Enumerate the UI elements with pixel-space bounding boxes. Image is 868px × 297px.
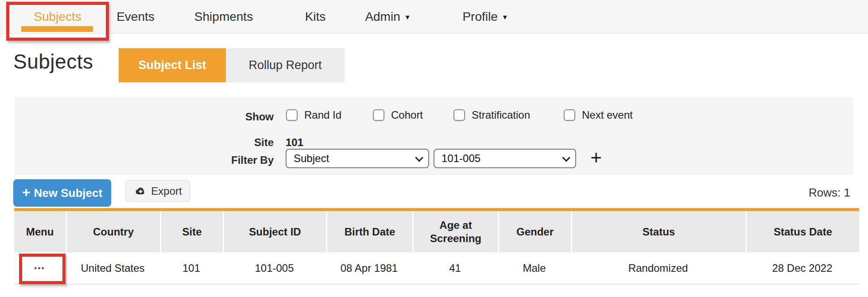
cell-age-at-screening: 41 [412, 252, 498, 284]
column-header-country: Country [66, 211, 160, 252]
filter-field-select[interactable]: Subject [286, 149, 429, 168]
chevron-down-icon [562, 154, 570, 162]
show-label: Show [203, 111, 274, 123]
checkbox-item-rand-id[interactable]: Rand Id [286, 109, 341, 121]
rand-id-checkbox[interactable] [286, 109, 298, 121]
tab-subject-list[interactable]: Subject List [119, 48, 226, 82]
nav-item-shipments[interactable]: Shipments [186, 0, 261, 34]
site-label: Site [203, 136, 274, 149]
next-event-checkbox-label: Next event [582, 109, 633, 121]
view-tabs: Subject List Rollup Report [119, 48, 345, 82]
table-header-row: Menu Country Site Subject ID Birth Date … [14, 208, 859, 252]
checkbox-item-next-event[interactable]: Next event [564, 109, 633, 121]
new-subject-button-label: New Subject [34, 186, 103, 200]
column-header-age-at-screening: Age at Screening [412, 211, 498, 252]
nav-item-admin[interactable]: Admin ▼ [360, 0, 416, 34]
row-menu-button[interactable]: ••• [24, 255, 56, 281]
nav-item-profile-label: Profile [462, 10, 497, 24]
active-tab-underline [21, 26, 93, 32]
next-event-checkbox[interactable] [564, 109, 575, 121]
nav-item-shipments-label: Shipments [194, 10, 253, 24]
table-row: ••• United States 101 101-005 08 Apr 198… [14, 252, 859, 285]
column-header-status-date: Status Date [745, 211, 859, 252]
export-button[interactable]: Export [125, 180, 190, 202]
tab-rollup-report[interactable]: Rollup Report [226, 48, 345, 82]
stratification-checkbox[interactable] [453, 109, 465, 121]
cell-birth-date: 08 Apr 1981 [326, 252, 412, 284]
rand-id-checkbox-label: Rand Id [304, 109, 341, 121]
cloud-download-icon [133, 186, 146, 196]
stratification-checkbox-label: Stratification [472, 109, 530, 121]
nav-item-events-label: Events [116, 10, 155, 24]
nav-item-events[interactable]: Events [113, 0, 158, 34]
cell-site: 101 [160, 252, 223, 284]
column-header-status: Status [571, 211, 745, 252]
filter-field-selected-value: Subject [294, 152, 329, 165]
export-button-label: Export [151, 185, 182, 197]
nav-item-admin-label: Admin [365, 10, 400, 24]
plus-icon: + [22, 184, 31, 201]
column-header-site: Site [160, 211, 223, 252]
cohort-checkbox-label: Cohort [391, 109, 423, 121]
subjects-table: Menu Country Site Subject ID Birth Date … [14, 208, 859, 285]
page-title: Subjects [13, 50, 93, 73]
ellipsis-menu-icon: ••• [35, 264, 46, 272]
nav-item-subjects-label: Subjects [34, 10, 81, 24]
nav-item-kits-label: Kits [305, 10, 326, 24]
app-screen: Subjects Events Shipments Kits Admin ▼ P… [0, 0, 868, 297]
site-value: 101 [286, 136, 303, 149]
add-filter-button[interactable]: + [585, 145, 607, 170]
rows-count: Rows: 1 [809, 186, 850, 200]
nav-item-kits[interactable]: Kits [298, 0, 333, 34]
new-subject-button[interactable]: + New Subject [13, 179, 111, 207]
checkbox-item-cohort[interactable]: Cohort [373, 109, 423, 121]
filter-value-selected-value: 101-005 [442, 152, 480, 165]
filter-value-select[interactable]: 101-005 [434, 149, 576, 168]
top-navigation: Subjects Events Shipments Kits Admin ▼ P… [0, 0, 868, 34]
cohort-checkbox[interactable] [373, 109, 384, 121]
filter-by-label: Filter By [203, 154, 274, 166]
cell-country: United States [66, 252, 160, 284]
filter-panel: Show Rand Id Cohort Stratification Next … [15, 97, 853, 175]
nav-item-profile[interactable]: Profile ▼ [456, 0, 515, 34]
cell-gender: Male [498, 252, 571, 284]
column-header-subject-id: Subject ID [223, 211, 326, 252]
caret-down-icon: ▼ [502, 13, 508, 21]
cell-menu: ••• [14, 252, 66, 284]
chevron-down-icon [415, 154, 423, 162]
column-header-birth-date: Birth Date [326, 211, 412, 252]
cell-status: Randomized [571, 252, 745, 284]
nav-item-subjects[interactable]: Subjects [6, 0, 109, 34]
caret-down-icon: ▼ [404, 13, 411, 21]
checkbox-item-stratification[interactable]: Stratification [453, 109, 530, 121]
column-header-menu: Menu [14, 211, 66, 252]
cell-subject-id: 101-005 [223, 252, 326, 284]
column-header-gender: Gender [498, 211, 571, 252]
cell-status-date: 28 Dec 2022 [745, 252, 859, 284]
